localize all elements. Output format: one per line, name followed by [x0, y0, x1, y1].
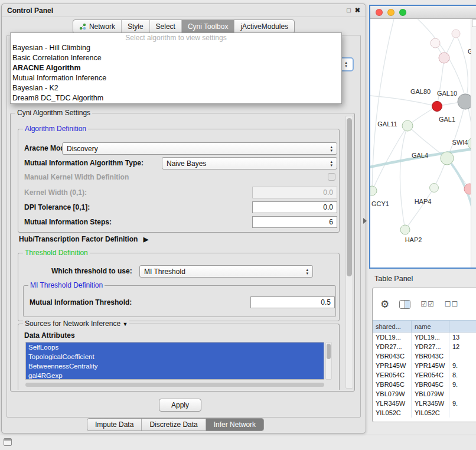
control-panel-tabstrip: Network Style Select Cyni Toolbox jActiv… [2, 19, 366, 34]
apply-button[interactable]: Apply [159, 399, 201, 412]
column-header-clipped[interactable] [449, 321, 476, 332]
table-row[interactable]: YBR045CYBR045C9. [373, 380, 476, 389]
table-row[interactable]: YLR345WYLR345W9. [373, 399, 476, 408]
table-row[interactable]: YPR145WYPR145W9. [373, 361, 476, 370]
threshold-definition-legend: Threshold Definition [23, 249, 90, 257]
dropdown-item-basic-correlation[interactable]: Basic Correlation Inference [11, 53, 341, 63]
column-header-shared[interactable]: shared... [373, 321, 412, 332]
splitter-handle-icon[interactable] [363, 218, 367, 224]
list-item-gal4rgexp[interactable]: gal4RGexp [26, 371, 324, 380]
node-label: GAL10 [437, 90, 457, 97]
show-columns-icon[interactable] [399, 300, 410, 309]
zoom-traffic-button[interactable] [399, 9, 406, 16]
dropdown-item-aracne[interactable]: ARACNE Algorithm [11, 63, 341, 73]
node-green-hap2[interactable] [400, 225, 410, 234]
table-toolbar: ⚙ ☑☑ ☐☐ [373, 288, 476, 320]
manual-kernel-checkbox [328, 173, 335, 181]
table-row[interactable]: YDL19...YDL19...13 [373, 332, 476, 342]
tab-style[interactable]: Style [121, 20, 149, 33]
tab-infer-network[interactable]: Infer Network [206, 419, 263, 431]
float-window-icon[interactable]: □ [347, 6, 351, 14]
node-green-gal1[interactable] [402, 120, 413, 131]
kernel-width-label: Kernel Width (0,1): [24, 188, 87, 197]
tab-cyni-toolbox[interactable]: Cyni Toolbox [181, 20, 234, 33]
control-panel-titlebar: Control Panel □ ✖ [2, 4, 366, 17]
cyni-algorithm-settings-group: Cyni Algorithm Settings Algorithm Defini… [10, 113, 355, 392]
table-panel-window: ⚙ ☑☑ ☐☐ shared... name YDL19...YDL19...1… [372, 288, 476, 422]
sources-legend[interactable]: Sources for Network Inference ▼ [23, 319, 129, 328]
settings-legend: Cyni Algorithm Settings [15, 109, 92, 117]
dropdown-item-mutual-information[interactable]: Mutual Information Inference [11, 73, 341, 83]
settings-scrollbar-thumb[interactable] [347, 118, 352, 276]
network-view-window: GAL GAL80 GAL10 GAL11 GAL1 SWI4 GAL4 GCY… [369, 5, 476, 269]
tab-impute-data[interactable]: Impute Data [87, 419, 141, 431]
aracne-mode-select[interactable]: Discovery ▴▾ [62, 142, 337, 155]
node-red-gal10[interactable] [432, 102, 442, 112]
deselect-all-checkboxes-icon[interactable]: ☐☐ [445, 300, 459, 308]
table-row[interactable]: YER054CYER054C8. [373, 370, 476, 380]
table-header-row: shared... name [373, 320, 476, 332]
attribute-list-scrollbar[interactable] [325, 342, 332, 380]
algorithm-definition-group: Algorithm Definition Aracne Mode: Discov… [18, 129, 340, 233]
list-item-betweennesscentrality[interactable]: BetweennessCentrality [26, 361, 324, 371]
mi-type-select[interactable]: Naive Bayes ▴▾ [162, 157, 337, 169]
list-item-topologicalcoefficient[interactable]: TopologicalCoefficient [26, 352, 324, 361]
column-header-name[interactable]: name [412, 321, 449, 332]
attribute-list-hscrollbar[interactable] [25, 383, 324, 387]
close-traffic-button[interactable] [376, 9, 383, 16]
network-scrollbar[interactable] [471, 19, 476, 268]
tab-jactivemodules[interactable]: jActiveModules [234, 20, 294, 33]
minimize-traffic-button[interactable] [387, 9, 395, 16]
node-green-gcy1[interactable] [370, 186, 377, 195]
node-label: GCY1 [371, 200, 389, 207]
which-threshold-label: Which threshold to use: [51, 267, 132, 275]
dropdown-item-bayesian-k2[interactable]: Bayesian - K2 [11, 83, 341, 93]
stepper-icon: ▴▾ [302, 268, 308, 275]
node-pale-pink-top[interactable] [452, 30, 460, 38]
close-icon[interactable]: ✖ [355, 6, 360, 14]
bottom-tabstrip: Impute Data Discretize Data Infer Networ… [87, 418, 264, 431]
dropdown-item-dream8[interactable]: Dream8 DC_TDC Algorithm [11, 93, 341, 103]
restore-panel-icon[interactable] [4, 438, 12, 446]
attribute-list-scrollbar-thumb[interactable] [327, 344, 331, 359]
node-label: SWI4 [452, 139, 468, 146]
gear-icon[interactable]: ⚙ [380, 298, 389, 311]
which-threshold-select[interactable]: MI Threshold ▴▾ [139, 265, 313, 278]
network-canvas[interactable]: GAL GAL80 GAL10 GAL11 GAL1 SWI4 GAL4 GCY… [370, 19, 476, 268]
attribute-list: SelfLoops TopologicalCoefficient Between… [25, 342, 324, 380]
node-green-gal4[interactable] [441, 152, 454, 165]
network-window-titlebar [370, 6, 476, 19]
control-panel-window: Control Panel □ ✖ Network Style Select C… [1, 4, 366, 433]
mi-steps-label: Mutual Information Steps: [24, 218, 112, 226]
stepper-icon: ▴▾ [326, 160, 332, 167]
table-row[interactable]: YBR043CYBR043C [373, 351, 476, 361]
table-row[interactable]: YBL079WYBL079W [373, 389, 476, 399]
algorithm-definition-legend: Algorithm Definition [23, 125, 88, 133]
node-pink-gal80[interactable] [439, 53, 449, 63]
chevron-right-icon: ▶ [140, 236, 148, 243]
network-icon [79, 23, 86, 30]
settings-scrollbar[interactable] [345, 116, 353, 389]
scroll-arrow-icon[interactable] [472, 19, 476, 27]
dpi-tolerance-input[interactable]: 0.0 [252, 201, 337, 213]
mi-threshold-input[interactable]: 0.5 [250, 296, 335, 308]
mi-threshold-label: Mutual Information Threshold: [30, 298, 132, 306]
mi-steps-input[interactable]: 6 [252, 216, 337, 228]
table-row[interactable]: YDR27...YDR27...12 [373, 342, 476, 351]
table-panel-title: Table Panel [374, 275, 413, 283]
tab-discretize-data[interactable]: Discretize Data [141, 419, 205, 431]
stepper-down-icon: ▾ [345, 64, 347, 68]
node-label: GAL11 [377, 120, 397, 128]
network-node-labels: GAL GAL80 GAL10 GAL11 GAL1 SWI4 GAL4 GCY… [371, 48, 476, 243]
tab-network[interactable]: Network [73, 20, 121, 33]
hub-section-toggle[interactable]: Hub/Transcription Factor Definition ▶ [19, 235, 148, 243]
node-pale-top[interactable] [431, 38, 440, 48]
tab-select[interactable]: Select [149, 20, 181, 33]
node-label: HAP4 [415, 198, 432, 205]
list-item-selfloops[interactable]: SelfLoops [26, 343, 324, 352]
table-row[interactable]: YIL052CYIL052C [373, 408, 476, 418]
chevron-down-icon: ▼ [122, 321, 128, 327]
select-all-checkboxes-icon[interactable]: ☑☑ [420, 300, 435, 308]
dropdown-item-bayesian-hill[interactable]: Bayesian - Hill Climbing [11, 43, 341, 53]
node-green-hap4[interactable] [430, 184, 439, 193]
